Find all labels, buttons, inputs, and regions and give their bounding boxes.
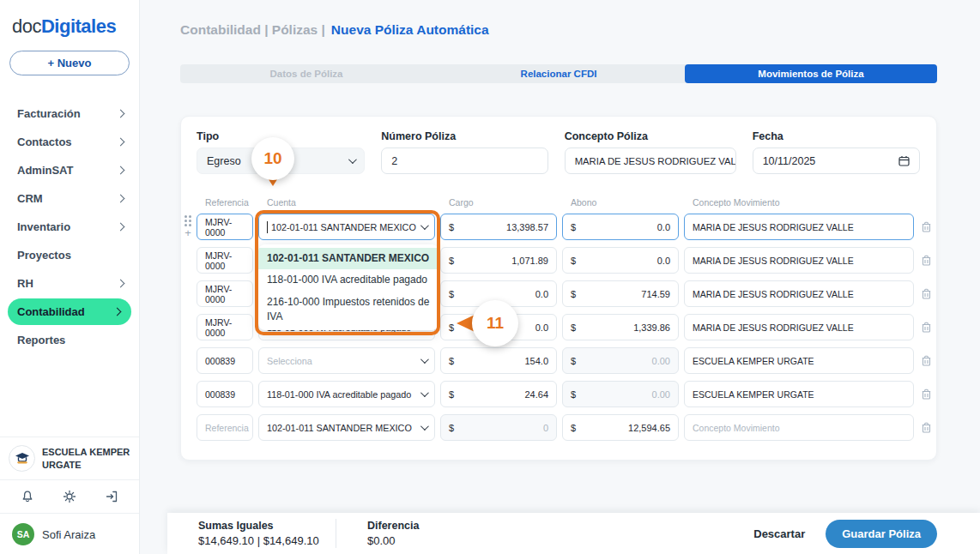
sumas-value: $14,649.10 | $14,649.10	[198, 534, 336, 547]
diferencia: Diferencia $0.00	[367, 520, 753, 547]
chevron-right-icon	[117, 110, 125, 118]
table-row: 000839 Selecciona $154.0 $0.00 ESCUELA K…	[197, 347, 936, 374]
concepto-poliza-input[interactable]: MARIA DE JESUS RODRIGUEZ VALLE	[565, 148, 736, 174]
new-button[interactable]: + Nuevo	[9, 51, 130, 75]
sumas-label: Sumas Iguales	[198, 520, 336, 532]
abono-input[interactable]: $0.00	[562, 347, 679, 374]
notifications-icon[interactable]	[21, 490, 34, 503]
chevron-down-icon	[420, 422, 429, 431]
referencia-input[interactable]: 000839	[197, 347, 253, 374]
abono-input[interactable]: $0.0	[562, 247, 679, 274]
wizard-tabs: Datos de Póliza Relacionar CFDI Movimien…	[180, 64, 937, 83]
concepto-input[interactable]: MARIA DE JESUS RODRIGUEZ VALLE	[684, 314, 914, 340]
referencia-input[interactable]: Referencia	[197, 414, 253, 441]
sidebar-item-inventario[interactable]: Inventario	[0, 213, 139, 241]
sidebar-item-contactos[interactable]: Contactos	[0, 128, 139, 156]
cargo-input[interactable]: $0.0	[440, 280, 557, 307]
cargo-input[interactable]: $0	[440, 414, 557, 441]
chevron-right-icon	[117, 280, 125, 288]
concepto-input[interactable]: Concepto Movimiento	[684, 414, 914, 441]
delete-row-icon[interactable]	[919, 347, 933, 374]
sidebar-item-adminsat[interactable]: AdminSAT	[0, 156, 139, 184]
abono-input[interactable]: $0.0	[562, 214, 679, 240]
abono-input[interactable]: $714.59	[562, 280, 679, 307]
table-row: 000839 118-01-000 IVA acreditable pagado…	[197, 381, 936, 407]
abono-input[interactable]: $0.00	[562, 381, 679, 407]
logo-doc: doc	[12, 15, 41, 37]
delete-row-icon[interactable]	[919, 414, 933, 441]
cuenta-select[interactable]: 118-01-000 IVA acreditable pagado	[258, 381, 435, 407]
referencia-input[interactable]: 000839	[197, 381, 253, 407]
abono-input[interactable]: $12,594.65	[562, 414, 679, 441]
descartar-button[interactable]: Descartar	[753, 527, 805, 540]
chevron-down-icon	[420, 221, 429, 230]
add-row-icon[interactable]: +	[185, 229, 191, 238]
col-cuenta: Cuenta	[258, 197, 440, 208]
cargo-input[interactable]: $13,398.57	[440, 214, 557, 240]
divider	[336, 519, 336, 548]
fecha-label: Fecha	[753, 130, 920, 142]
abono-input[interactable]: $1,339.86	[562, 314, 679, 340]
delete-row-icon[interactable]	[919, 280, 933, 307]
chevron-down-icon	[348, 155, 357, 164]
breadcrumb-parents[interactable]: Contabilidad | Pólizas |	[180, 22, 325, 38]
sidebar-item-facturacion[interactable]: Facturación	[0, 99, 139, 128]
diferencia-value: $0.00	[367, 534, 753, 547]
cuenta-select[interactable]: 102-01-011 SANTANDER MEXICO	[258, 414, 435, 441]
delete-row-icon[interactable]	[919, 314, 933, 340]
user-name: Sofi Araiza	[42, 528, 95, 541]
user-menu[interactable]: SA Sofi Araiza	[0, 514, 139, 545]
logout-icon[interactable]	[105, 490, 118, 503]
chevron-right-icon	[117, 223, 125, 232]
cargo-input[interactable]: $1,071.89	[440, 247, 557, 274]
concepto-input[interactable]: MARIA DE JESUS RODRIGUEZ VALLE	[684, 280, 914, 307]
concepto-poliza-label: Concepto Póliza	[565, 130, 736, 142]
referencia-input[interactable]: MJRV-0000	[197, 280, 253, 307]
movimientos-table: + MJRV-0000 102-01-011 SANTANDER MEXICO …	[197, 214, 936, 441]
text-caret	[267, 221, 268, 233]
sidebar-item-crm[interactable]: CRM	[0, 184, 139, 213]
chevron-down-icon	[420, 388, 429, 397]
concepto-input[interactable]: MARIA DE JESUS RODRIGUEZ VALLE	[684, 247, 914, 274]
tipo-select[interactable]: Egreso	[197, 148, 365, 174]
sidebar-item-contabilidad[interactable]: Contabilidad	[8, 298, 131, 325]
drag-handle[interactable]: +	[185, 215, 191, 238]
delete-row-icon[interactable]	[919, 214, 933, 240]
cargo-input[interactable]: $154.0	[440, 347, 557, 374]
user-avatar: SA	[12, 523, 34, 545]
dropdown-option[interactable]: 216-10-000 Impuestos retenidos de IVA	[258, 292, 439, 328]
concepto-input[interactable]: ESCUELA KEMPER URGATE	[684, 381, 914, 407]
referencia-input[interactable]: MJRV-0000	[197, 314, 253, 340]
cargo-input[interactable]: $0.0	[440, 314, 557, 340]
fecha-input[interactable]: 10/11/2025	[753, 148, 920, 174]
dropdown-option[interactable]: 102-01-011 SANTANDER MEXICO	[258, 248, 439, 269]
breadcrumb: Contabilidad | Pólizas | Nueva Póliza Au…	[180, 22, 489, 38]
concepto-input[interactable]: ESCUELA KEMPER URGATE	[684, 347, 914, 374]
cuenta-select[interactable]: 102-01-011 SANTANDER MEXICO	[258, 214, 435, 240]
app-logo: docDigitales	[0, 0, 139, 38]
company-switcher[interactable]: ESCUELA KEMPER URGATE	[0, 437, 139, 479]
sidebar-item-proyectos[interactable]: Proyectos	[0, 241, 139, 269]
referencia-input[interactable]: MJRV-0000	[197, 214, 253, 240]
table-header: Referencia Cuenta Cargo Abono Concepto M…	[197, 197, 936, 208]
sidebar-item-reportes[interactable]: Reportes	[0, 326, 139, 354]
tab-movimientos-de-poliza[interactable]: Movimientos de Póliza	[685, 64, 937, 83]
cuenta-select[interactable]: Selecciona	[258, 347, 435, 374]
sidebar-item-rh[interactable]: RH	[0, 269, 139, 298]
delete-row-icon[interactable]	[919, 381, 933, 407]
delete-row-icon[interactable]	[919, 247, 933, 274]
dropdown-option[interactable]: 118-01-000 IVA acreditable pagado	[258, 269, 439, 291]
diferencia-label: Diferencia	[367, 520, 753, 532]
cargo-input[interactable]: $24.64	[440, 381, 557, 407]
numero-poliza-input[interactable]: 2	[381, 148, 547, 174]
chevron-down-icon	[420, 355, 429, 364]
referencia-input[interactable]: MJRV-0000	[197, 247, 253, 274]
sumas-iguales: Sumas Iguales $14,649.10 | $14,649.10	[198, 520, 336, 547]
tab-datos-de-poliza[interactable]: Datos de Póliza	[180, 64, 433, 83]
settings-icon[interactable]	[63, 490, 76, 503]
tab-relacionar-cfdi[interactable]: Relacionar CFDI	[433, 64, 685, 83]
drag-dots-icon	[185, 215, 191, 226]
guardar-poliza-button[interactable]: Guardar Póliza	[826, 520, 937, 548]
concepto-input[interactable]: MARIA DE JESUS RODRIGUEZ VALLE	[684, 214, 914, 240]
col-cargo: Cargo	[440, 197, 562, 208]
